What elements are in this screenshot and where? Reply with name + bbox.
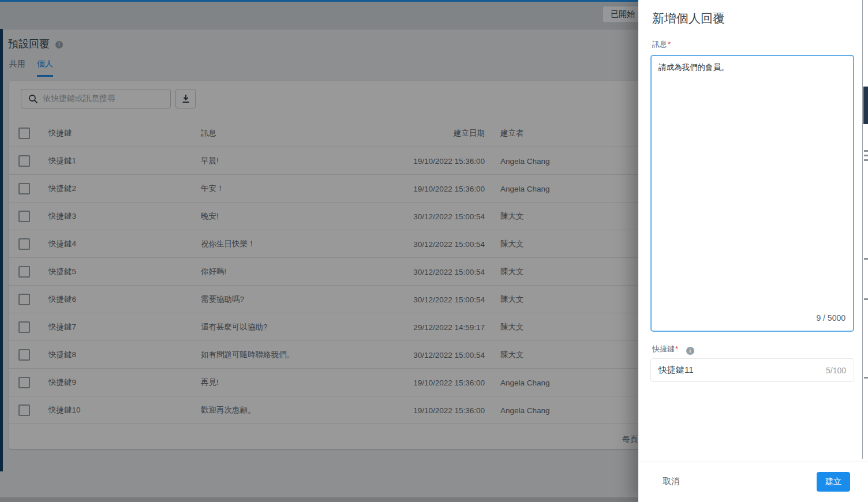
drawer-title: 新增個人回覆: [652, 10, 725, 27]
message-label: 訊息*: [652, 39, 671, 50]
create-button[interactable]: 建立: [817, 472, 850, 492]
message-char-counter: 9 / 5000: [816, 313, 845, 323]
drawer-footer: 取消 建立: [638, 462, 868, 502]
cancel-button[interactable]: 取消: [663, 476, 680, 487]
add-personal-reply-drawer: 新增個人回覆 訊息* 請成為我們的會員。 9 / 5000 快捷鍵* i 快捷鍵…: [638, 0, 868, 502]
required-asterisk: *: [668, 40, 671, 48]
shortcut-char-counter: 5/100: [826, 366, 846, 375]
shortcut-label: 快捷鍵* i: [652, 344, 694, 355]
shortcut-value: 快捷鍵11: [659, 365, 694, 376]
side-panel-sliver: [863, 0, 868, 459]
shortcut-input[interactable]: 快捷鍵11 5/100: [650, 358, 854, 382]
message-textarea[interactable]: 請成為我們的會員。 9 / 5000: [650, 55, 854, 332]
shortcut-info-icon[interactable]: i: [686, 347, 694, 355]
message-value: 請成為我們的會員。: [659, 62, 729, 73]
